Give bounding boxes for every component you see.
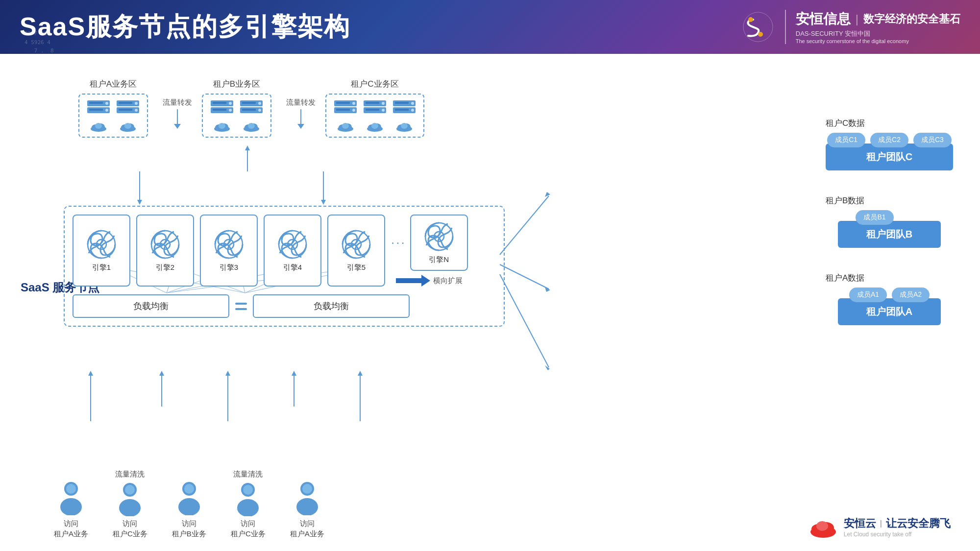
engine-box-3: 引擎3 [200,215,258,287]
tenant-a-team: 成员A1 成员A2 租户团队A [826,287,953,325]
expand-arrow-icon [396,275,430,287]
bottom-tagline-en: Let Cloud security take off [844,531,951,538]
engine-icon-1 [86,229,117,260]
lb-box-2: 负载均衡 [253,294,410,318]
engine-label-2: 引擎2 [156,263,174,272]
server-icon [86,99,111,120]
visitor-label-2: 访问租户C业务 [113,518,147,539]
svg-point-132 [296,498,318,515]
server-item [86,99,111,132]
svg-point-130 [243,485,253,495]
svg-rect-90 [366,109,379,111]
engine-icon-n [423,221,455,252]
member-a1: 成员A1 [849,287,887,302]
engine-label-5: 引擎5 [347,263,366,272]
svg-marker-34 [545,365,550,370]
svg-marker-20 [88,371,93,376]
tenant-b-section: 租户B数据 成员B1 租户团队B [826,195,953,248]
server-item [116,99,140,132]
bottom-cloud-logo [808,515,838,539]
engines-row: 引擎1 引擎2 [73,215,496,287]
visitor-2: 流量清洗 访问租户C业务 [113,470,147,539]
tenant-c-team-box: 租户团队C [826,144,953,170]
server-icon [363,99,387,120]
svg-point-54 [124,123,131,129]
visitor-5: 访问租户A业务 [290,480,324,539]
svg-point-94 [371,123,378,129]
engine-box-n: 引擎N [410,215,468,271]
server-item [363,99,387,132]
svg-point-137 [816,521,828,531]
tenant-a-team-box: 租户团队A [838,298,941,325]
svg-marker-30 [545,192,550,197]
bottom-tagline: 让云安全腾飞 [886,516,951,531]
bottom-separator: | [880,519,882,528]
flow-label-1: 流量转发 [163,98,192,129]
svg-point-67 [258,102,261,105]
expand-arrow-section: 横向扩展 [396,275,463,287]
engine-ellipsis: ··· [391,235,406,250]
svg-rect-69 [242,102,256,104]
member-c2: 成员C2 [870,133,908,147]
svg-rect-50 [119,109,132,111]
svg-point-104 [401,123,408,129]
lb-box-1: 负载均衡 [73,294,229,318]
svg-point-58 [229,109,232,112]
svg-point-64 [219,123,225,129]
visitor-label-4: 访问租户C业务 [231,518,266,539]
tenant-a-section: 租户A数据 成员A1 成员A2 租户团队A [826,272,953,325]
svg-rect-49 [119,102,132,104]
tenant-a-label-row: 租户A数据 [826,272,953,284]
svg-point-120 [60,498,82,515]
svg-point-133 [302,484,312,494]
engine-dots-section: ··· 引擎N [391,215,468,287]
right-teams-container: 租户C数据 成员C1 成员C2 成员C3 租户团队C 租户B数据 成员B1 租户… [826,118,953,325]
svg-point-97 [411,102,414,105]
svg-rect-80 [336,109,350,111]
brand-das: DAS-SECURITY 安恒中国 [796,29,960,38]
svg-point-68 [258,109,261,112]
svg-point-37 [105,102,108,105]
visitor-3: 访问租户B业务 [172,480,206,539]
bottom-brand-name: 安恒云 [844,516,876,531]
zone-b-label: 租户B业务区 [213,78,260,90]
tenant-b-members: 成员B1 [856,210,893,225]
tenant-c-members: 成员C1 成员C2 成员C3 [827,133,952,147]
svg-point-44 [95,123,102,129]
engine-icon-3 [213,229,245,260]
svg-point-127 [184,484,194,494]
page-title: SaaS服务节点的多引擎架构 [20,10,350,44]
tenant-b-data-label: 租户B数据 [826,196,864,205]
svg-line-33 [500,274,549,367]
brand-tagline-en: The security cornerstone of the digital … [796,38,960,44]
engine-label-n: 引擎N [429,255,449,264]
cloud-small-icon [213,122,231,132]
lb-row: 负载均衡 负载均衡 [73,294,496,318]
zone-c-box [325,94,424,138]
svg-point-129 [237,499,259,516]
svg-marker-118 [421,275,430,287]
cloud-small-icon [119,122,137,132]
svg-rect-70 [242,109,256,111]
server-icon [392,99,416,120]
lb-equals-icon [229,303,253,310]
bottom-logo-main: 安恒云 | 让云安全腾飞 [844,516,951,531]
server-icon [210,99,234,120]
visitor-label-1: 访问租户A业务 [54,518,88,539]
svg-point-57 [229,102,232,105]
logo-area: 安恒信息 | 数字经济的安全基石 DAS-SECURITY 安恒中国 The s… [741,10,960,44]
svg-point-1 [748,17,753,22]
svg-rect-39 [89,102,103,104]
zone-a-label: 租户A业务区 [90,78,137,90]
tenant-zone-a: 租户A业务区 [78,78,148,138]
brand-tagline-cn: 数字经济的安全基石 [863,12,960,26]
cloud-small-icon [90,122,107,132]
svg-marker-8 [321,200,326,205]
svg-marker-24 [225,371,230,376]
tenant-zones-container: 租户A业务区 [78,78,424,138]
svg-point-124 [125,485,135,495]
svg-point-38 [105,109,108,112]
visitor-4: 流量清洗 访问租户C业务 [231,470,266,539]
zone-c-label: 租户C业务区 [351,78,398,90]
member-c1: 成员C1 [827,133,865,147]
